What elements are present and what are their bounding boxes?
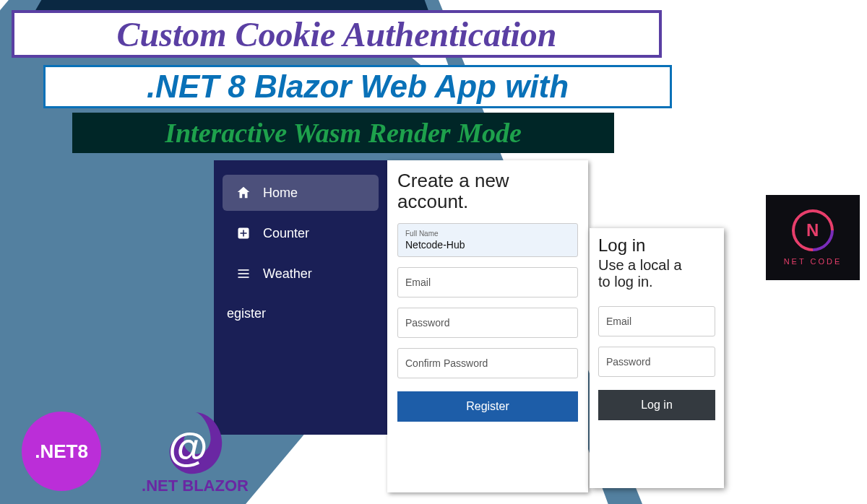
sidebar-item-label: Counter [263,226,309,241]
fullname-value: Netcode-Hub [405,239,570,251]
register-button[interactable]: Register [397,391,578,422]
net8-badge: .NET8 [22,412,101,491]
blazor-badge: @ .NET BLAZOR [123,409,267,495]
login-heading: Log in [598,235,715,256]
login-email-label: Email [606,313,707,330]
sidebar-nav: Home Counter Weather egister [214,160,387,435]
login-password-field[interactable]: Password [598,347,715,377]
title-bar-3: Interactive Wasm Render Mode [72,113,614,153]
create-heading: Create a new account. [397,170,578,212]
sidebar-item-label: Weather [263,266,312,282]
email-label: Email [405,274,570,291]
login-subheading: Use a local ato log in. [598,257,715,290]
at-icon: @ [168,423,208,470]
sidebar-item-weather[interactable]: Weather [223,256,379,292]
net8-label: .NET8 [35,440,88,463]
confirm-password-field[interactable]: Confirm Password [397,348,578,378]
login-email-field[interactable]: Email [598,306,715,336]
title-text-2: .NET 8 Blazor Web App with [147,69,569,105]
create-account-panel: Create a new account. Full Name Netcode-… [387,160,588,492]
list-icon [236,266,251,282]
netcode-logo-badge: N NET CODE [766,195,860,280]
fullname-label: Full Name [405,230,570,238]
fullname-field[interactable]: Full Name Netcode-Hub [397,223,578,257]
confirm-password-label: Confirm Password [405,355,570,372]
password-label: Password [405,314,570,331]
login-password-label: Password [606,353,707,370]
title-text-3: Interactive Wasm Render Mode [165,117,522,149]
home-icon [236,185,251,201]
netcode-ring-icon: N [783,201,842,260]
login-panel: Log in Use a local ato log in. Email Pas… [590,228,724,488]
svg-rect-2 [241,233,247,234]
title-bar-2: .NET 8 Blazor Web App with [43,65,672,108]
netcode-n-icon: N [806,220,819,240]
sidebar-item-label: Home [263,186,298,201]
netcode-label: NET CODE [784,257,842,266]
svg-rect-5 [238,277,249,278]
title-text-1: Custom Cookie Authentication [116,14,556,54]
sidebar-item-label: egister [227,306,266,321]
sidebar-item-counter[interactable]: Counter [223,215,379,251]
blazor-flame-icon: @ [160,409,230,479]
email-field[interactable]: Email [397,267,578,297]
title-bar-1: Custom Cookie Authentication [12,10,662,58]
svg-rect-4 [238,273,249,274]
svg-rect-3 [238,269,249,271]
login-button[interactable]: Log in [598,390,715,420]
sidebar-item-home[interactable]: Home [223,175,379,211]
password-field[interactable]: Password [397,308,578,338]
sidebar-item-register[interactable]: egister [214,296,379,331]
plus-icon [236,225,251,241]
